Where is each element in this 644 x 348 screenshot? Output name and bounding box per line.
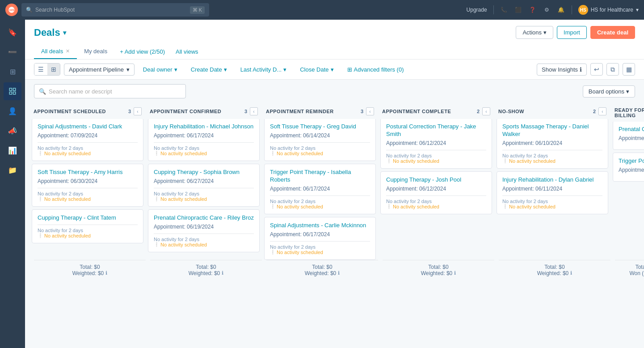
weighted-info-icon[interactable]: ℹ: [105, 270, 107, 276]
deal-card-3-1[interactable]: Cupping Therapy - Josh PoolAppointment: …: [380, 171, 492, 214]
upgrade-link[interactable]: Upgrade: [467, 7, 487, 13]
import-label: Import: [564, 29, 580, 36]
page-header: Deals ▾ Actions ▾ Import Create deal: [25, 20, 644, 59]
deal-activity-days-4-1: No activity for 2 days: [502, 199, 602, 204]
sidebar-item-deals[interactable]: [4, 82, 21, 100]
apps-icon[interactable]: ⬛: [514, 6, 522, 14]
help-icon[interactable]: ❓: [529, 6, 537, 14]
deal-divider-4-1: [502, 195, 602, 196]
deal-card-0-1[interactable]: Soft Tissue Therapy - Amy HarrisAppointm…: [32, 164, 143, 207]
deal-divider-4-0: [502, 150, 602, 150]
weighted-info-icon[interactable]: ℹ: [338, 270, 340, 276]
deal-divider-1-2: [154, 233, 254, 234]
svg-rect-4: [9, 92, 12, 94]
column-header-5: READY FOR BILLING‹: [613, 104, 644, 122]
deal-title-0-0: Spinal Adjustments - David Clark: [38, 123, 138, 131]
column-cards-5: Prenatal Chiropractic Care - Emma BakerA…: [613, 121, 644, 260]
column-collapse-2[interactable]: ‹: [366, 107, 374, 115]
page-header-top: Deals ▾ Actions ▾ Import Create deal: [34, 26, 635, 39]
deal-card-0-2[interactable]: Cupping Therapy - Clint TatemNo activity…: [32, 209, 143, 243]
search-icon: 🔍: [26, 7, 33, 13]
copy-button[interactable]: ⧉: [606, 63, 619, 76]
sidebar-item-reports[interactable]: 📊: [4, 141, 21, 159]
deal-card-3-0[interactable]: Postural Correction Therapy - Jake Smith…: [380, 118, 492, 169]
tab-close-all-deals[interactable]: ✕: [66, 48, 70, 54]
deal-owner-filter[interactable]: Deal owner ▾: [138, 64, 182, 76]
tab-all-views-label: All views: [176, 48, 198, 55]
actions-button[interactable]: Actions ▾: [516, 26, 553, 39]
sidebar-item-marketing[interactable]: 📣: [4, 122, 21, 140]
board-view-button[interactable]: ⊞: [47, 64, 60, 75]
list-view-button[interactable]: ☰: [34, 64, 47, 75]
sidebar-item-files[interactable]: 📁: [4, 161, 21, 179]
search-bar[interactable]: 🔍 Search HubSpot ⌘ K: [21, 3, 209, 17]
deal-card-5-1[interactable]: Trigger Point The... TheoryAppointment: …: [613, 153, 644, 182]
page-title[interactable]: Deals ▾: [34, 27, 66, 38]
deal-no-activity-3-1: ❕No activity scheduled: [386, 204, 486, 209]
column-weighted-1: Weighted: $0 ℹ: [152, 270, 260, 276]
deal-card-1-0[interactable]: Injury Rehabilitation - Michael JohnsonA…: [148, 118, 260, 161]
tab-add-view[interactable]: + Add view (2/50): [114, 45, 170, 59]
tab-my-deals[interactable]: My deals: [77, 44, 114, 59]
column-count-2: 3: [361, 109, 363, 114]
show-insights-button[interactable]: Show Insights ℹ: [537, 64, 587, 76]
deal-no-activity-1-0: ❕No activity scheduled: [154, 151, 254, 156]
nav-divider-2: [572, 5, 572, 14]
pipeline-select[interactable]: Appointment Pipeline ▾: [64, 64, 135, 76]
sidebar-item-dashboard[interactable]: ⊞: [4, 63, 21, 81]
settings-icon[interactable]: ⚙: [543, 6, 551, 14]
deal-title-0-1: Soft Tissue Therapy - Amy Harris: [38, 169, 138, 176]
column-title-0: APPOINTMENT SCHEDULED: [34, 109, 126, 114]
weighted-info-icon[interactable]: ℹ: [570, 270, 572, 276]
column-weighted-0: Weighted: $0 ℹ: [36, 270, 144, 276]
deal-card-1-2[interactable]: Prenatal Chiropractic Care - Riley BrozA…: [148, 209, 260, 252]
board-options-button[interactable]: Board options ▾: [583, 85, 635, 98]
phone-icon[interactable]: 📞: [500, 6, 508, 14]
import-button[interactable]: Import: [557, 26, 587, 39]
account-caret: ▾: [636, 7, 639, 13]
deal-date-1-1: Appointment: 06/27/2024: [154, 178, 254, 184]
weighted-info-icon[interactable]: ℹ: [222, 270, 223, 276]
last-activity-filter[interactable]: Last Activity D... ▾: [236, 64, 291, 76]
tab-all-deals[interactable]: All deals ✕: [34, 44, 77, 59]
column-collapse-0[interactable]: ‹: [134, 107, 142, 115]
deal-card-5-0[interactable]: Prenatal Chiropractic Care - Emma BakerA…: [613, 121, 644, 150]
create-date-filter[interactable]: Create Date ▾: [186, 64, 232, 76]
column-collapse-4[interactable]: ‹: [598, 107, 606, 115]
page-title-caret: ▾: [63, 29, 66, 36]
deal-card-4-0[interactable]: Sports Massage Therapy - Daniel WalkerAp…: [497, 118, 608, 169]
column-total-0: Total: $0: [36, 264, 144, 270]
deal-divider-2-1: [270, 195, 370, 196]
tab-all-views[interactable]: All views: [170, 45, 204, 59]
close-date-filter[interactable]: Close Date ▾: [295, 64, 338, 76]
column-collapse-1[interactable]: ‹: [250, 107, 258, 115]
sidebar-item-contacts[interactable]: 👤: [4, 102, 21, 120]
sidebar-item-bookmark[interactable]: 🔖: [4, 23, 21, 41]
board-options-caret: ▾: [626, 88, 629, 95]
deal-no-activity-2-2: ❕No activity scheduled: [270, 250, 370, 255]
sidebar-item-minus[interactable]: ➖: [4, 43, 21, 61]
deal-card-2-0[interactable]: Soft Tissue Therapy - Greg DavidAppointm…: [264, 118, 376, 161]
advanced-filters-button[interactable]: ⊞ Advanced filters (0): [342, 64, 409, 76]
info-icon: ℹ: [580, 66, 582, 73]
column-cards-3: Postural Correction Therapy - Jake Smith…: [380, 118, 492, 260]
deal-card-1-1[interactable]: Cupping Therapy - Sophia BrownAppointmen…: [148, 164, 260, 207]
tab-my-deals-label: My deals: [84, 48, 107, 55]
deal-card-0-0[interactable]: Spinal Adjustments - David ClarkAppointm…: [32, 118, 143, 161]
column-footer-1: Total: $0 Weighted: $0 ℹ: [150, 260, 262, 280]
undo-button[interactable]: ↩: [590, 63, 603, 76]
hubspot-logo[interactable]: HS: [5, 4, 18, 16]
layout-button[interactable]: ▦: [623, 63, 635, 76]
deal-title-5-1: Trigger Point The... Theory: [619, 157, 644, 165]
board-search[interactable]: 🔍 Search name or descript: [34, 84, 186, 98]
column-collapse-3[interactable]: ‹: [482, 107, 490, 115]
warning-icon: ❕: [386, 158, 391, 163]
create-deal-button[interactable]: Create deal: [590, 26, 635, 39]
account-menu[interactable]: HS HS for Healthcare ▾: [578, 5, 639, 15]
deal-card-2-1[interactable]: Trigger Point Therapy - Isabella Roberts…: [264, 164, 376, 214]
column-count-4: 2: [593, 109, 596, 114]
notifications-icon[interactable]: 🔔: [557, 6, 565, 14]
deal-card-2-2[interactable]: Spinal Adjustments - Carlie MckinnonAppo…: [264, 217, 376, 260]
deal-card-4-1[interactable]: Injury Rehabilitation - Dylan GabrielApp…: [497, 171, 608, 214]
weighted-info-icon[interactable]: ℹ: [454, 270, 456, 276]
